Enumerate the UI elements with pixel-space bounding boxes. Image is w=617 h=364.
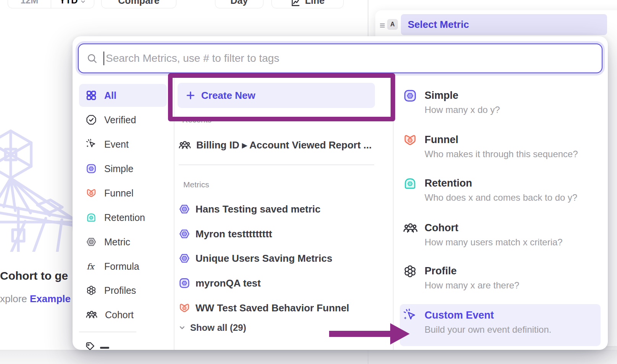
compare-label: Compare xyxy=(118,0,159,6)
range-ytd-button[interactable]: YTD xyxy=(51,0,94,8)
tag-icon xyxy=(85,341,95,350)
chart-type-label: Line xyxy=(305,0,325,6)
create-new-button[interactable]: Create New xyxy=(178,83,375,108)
simple-metric-icon xyxy=(179,277,190,289)
granularity-day-button[interactable]: Day xyxy=(215,0,263,8)
metric-list-item[interactable]: Unique Users Saving Metrics xyxy=(179,251,332,266)
funnel-icon xyxy=(86,188,97,198)
cohort-people-icon xyxy=(179,140,191,150)
metric-item-label: myronQA test xyxy=(195,277,261,289)
empty-state-heading: Cohort to ge xyxy=(0,269,72,282)
sidebar-item-event[interactable]: Event xyxy=(79,133,167,156)
type-title: Profile xyxy=(425,265,457,277)
plus-icon xyxy=(186,91,195,100)
metric-hexagon-icon xyxy=(86,237,97,247)
sidebar-item-label: Retention xyxy=(104,212,145,223)
type-profile[interactable]: Profile How many x are there? xyxy=(399,264,608,299)
type-desc: Who does x and comes back to do y? xyxy=(425,192,577,203)
metric-list-item[interactable]: Myron testtttttttt xyxy=(179,226,272,242)
page-bottom-strip xyxy=(0,350,617,364)
type-desc: How many x are there? xyxy=(425,280,519,291)
metric-item-label: Hans Testing saved metric xyxy=(195,203,321,215)
range-ytd-label: YTD xyxy=(60,0,78,6)
type-desc: How many users match x criteria? xyxy=(425,237,562,248)
sidebar-item-all[interactable]: All xyxy=(79,84,167,107)
search-input[interactable] xyxy=(106,52,602,64)
type-cohort[interactable]: Cohort How many users match x criteria? xyxy=(399,221,608,256)
example-link[interactable]: Example xyxy=(30,293,71,304)
sidebar-item-label: Cohort xyxy=(105,309,134,321)
type-simple[interactable]: Simple How many x do y? xyxy=(399,89,608,123)
funnel-icon xyxy=(179,302,190,314)
sidebar-item-simple[interactable]: Simple xyxy=(79,157,167,180)
select-metric-label: Select Metric xyxy=(408,19,469,31)
sidebar-item-label: Simple xyxy=(104,163,133,174)
chart-type-line-button[interactable]: Line xyxy=(271,0,344,8)
sidebar-item-funnel[interactable]: Funnel xyxy=(79,182,167,205)
formula-fx-icon xyxy=(86,261,97,272)
grid-icon xyxy=(86,90,97,101)
type-desc: How many x do y? xyxy=(425,105,500,115)
metric-list-item[interactable]: Hans Testing saved metric xyxy=(179,201,321,217)
recent-item-label: Billing ID ▸ Account Viewed Report ... xyxy=(196,139,371,151)
type-custom-event[interactable]: Custom Event Build your own event defini… xyxy=(399,309,608,343)
type-title: Retention xyxy=(425,177,472,189)
sidebar-item-label: Funnel xyxy=(104,188,133,199)
sidebar-item-label: Event xyxy=(104,139,129,150)
sidebar-item-profiles[interactable]: Profiles xyxy=(79,279,167,302)
simple-metric-icon xyxy=(403,89,417,103)
metric-hexagon-icon xyxy=(179,228,190,240)
bottom-panel-divider xyxy=(368,350,368,364)
drag-handle-icon[interactable] xyxy=(379,22,386,28)
metric-hexagon-icon xyxy=(179,253,190,264)
range-12m-button[interactable]: 12M xyxy=(8,0,51,8)
cohort-people-icon xyxy=(86,310,97,320)
sidebar-column-divider xyxy=(174,77,174,350)
select-metric-modal: All Verified Event Simple Funnel Retenti… xyxy=(73,36,608,350)
sidebar-item-retention[interactable]: Retention xyxy=(79,206,167,229)
search-icon xyxy=(87,53,97,64)
type-title: Simple xyxy=(425,90,459,101)
retention-icon xyxy=(403,177,417,190)
sidebar-item-label: Profiles xyxy=(104,285,136,296)
metric-list-item[interactable]: myronQA test xyxy=(179,275,261,291)
clipped-label-fragment xyxy=(100,347,109,349)
metric-item-label: WW Test Saved Behavior Funnel xyxy=(195,302,349,314)
recents-section-label: Recents xyxy=(182,115,212,124)
line-chart-icon xyxy=(291,0,300,7)
select-metric-button[interactable]: Select Metric xyxy=(401,14,607,35)
series-a-label: A xyxy=(390,21,395,28)
retention-icon xyxy=(86,212,97,223)
sidebar-item-cohort[interactable]: Cohort xyxy=(79,303,167,326)
sidebar-item-label: All xyxy=(104,90,116,101)
show-all-button[interactable]: Show all (29) xyxy=(179,321,246,335)
metric-list-item[interactable]: WW Test Saved Behavior Funnel xyxy=(179,300,349,316)
type-title: Custom Event xyxy=(425,309,494,321)
event-cursor-icon xyxy=(86,139,97,150)
create-new-label: Create New xyxy=(201,90,255,101)
empty-state-wireframe-illustration xyxy=(0,126,76,252)
chevron-down-icon xyxy=(80,0,86,5)
metric-search-container xyxy=(78,43,602,73)
range-12m-label: 12M xyxy=(21,0,39,6)
type-retention[interactable]: Retention Who does x and comes back to d… xyxy=(399,177,608,211)
type-desc: Build your own event definition. xyxy=(425,324,551,335)
profiles-flower-icon xyxy=(86,285,97,296)
metric-item-label: Myron testtttttttt xyxy=(195,228,272,240)
simple-metric-icon xyxy=(86,163,97,174)
sidebar-divider xyxy=(79,332,136,332)
sidebar-item-metric[interactable]: Metric xyxy=(79,230,167,253)
recents-metrics-divider xyxy=(179,164,374,165)
chevron-down-icon xyxy=(179,324,186,331)
sidebar-item-verified[interactable]: Verified xyxy=(79,108,167,131)
sidebar-item-formula[interactable]: Formula xyxy=(79,255,167,278)
text-cursor xyxy=(103,52,104,65)
recent-item-billing-id[interactable]: Billing ID ▸ Account Viewed Report ... xyxy=(179,137,371,153)
compare-button[interactable]: Compare xyxy=(101,0,176,8)
cohort-people-icon xyxy=(403,222,418,234)
explore-prefix: xplore xyxy=(0,293,30,304)
type-funnel[interactable]: Funnel Who makes it through this sequenc… xyxy=(399,133,608,168)
metric-item-label: Unique Users Saving Metrics xyxy=(195,253,332,264)
granularity-label: Day xyxy=(231,0,248,6)
date-range-segmented-control: 12M YTD xyxy=(8,0,94,8)
